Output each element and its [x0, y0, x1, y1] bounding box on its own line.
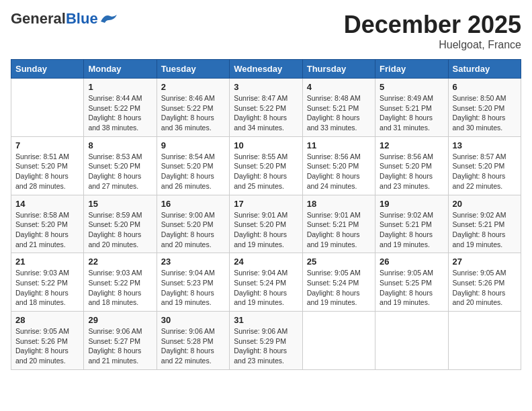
day-number: 20: [453, 199, 517, 209]
day-number: 3: [234, 82, 298, 92]
day-cell: 25Sunrise: 9:05 AM Sunset: 5:24 PM Dayli…: [302, 253, 375, 312]
day-info: Sunrise: 9:03 AM Sunset: 5:22 PM Dayligh…: [15, 268, 79, 308]
day-info: Sunrise: 8:47 AM Sunset: 5:22 PM Dayligh…: [234, 93, 298, 133]
logo-bird-icon: [99, 12, 118, 26]
day-number: 9: [161, 140, 225, 150]
column-header-sunday: Sunday: [11, 60, 84, 79]
week-row-3: 14Sunrise: 8:58 AM Sunset: 5:20 PM Dayli…: [11, 195, 521, 253]
day-number: 7: [15, 140, 79, 150]
day-cell: 15Sunrise: 8:59 AM Sunset: 5:20 PM Dayli…: [84, 195, 157, 253]
day-cell: 3Sunrise: 8:47 AM Sunset: 5:22 PM Daylig…: [230, 79, 302, 137]
day-cell: 19Sunrise: 9:02 AM Sunset: 5:21 PM Dayli…: [375, 195, 448, 253]
day-number: 6: [453, 82, 517, 92]
day-info: Sunrise: 8:50 AM Sunset: 5:20 PM Dayligh…: [453, 93, 517, 133]
day-number: 4: [307, 82, 371, 92]
day-number: 24: [234, 257, 298, 267]
day-cell: 21Sunrise: 9:03 AM Sunset: 5:22 PM Dayli…: [11, 253, 84, 312]
day-info: Sunrise: 9:01 AM Sunset: 5:20 PM Dayligh…: [234, 210, 298, 250]
day-cell: 6Sunrise: 8:50 AM Sunset: 5:20 PM Daylig…: [448, 79, 521, 137]
calendar-table: SundayMondayTuesdayWednesdayThursdayFrid…: [11, 59, 521, 370]
day-info: Sunrise: 8:56 AM Sunset: 5:20 PM Dayligh…: [307, 152, 371, 191]
day-cell: 20Sunrise: 9:02 AM Sunset: 5:21 PM Dayli…: [448, 195, 521, 253]
month-title: December 2025: [344, 11, 521, 39]
location-subtitle: Huelgoat, France: [344, 39, 521, 51]
day-number: 15: [88, 199, 152, 209]
day-cell: 2Sunrise: 8:46 AM Sunset: 5:22 PM Daylig…: [157, 79, 229, 137]
day-number: 1: [88, 82, 152, 92]
column-header-thursday: Thursday: [302, 60, 375, 79]
day-cell: 26Sunrise: 9:05 AM Sunset: 5:25 PM Dayli…: [375, 253, 448, 312]
logo-blue: Blue: [66, 10, 98, 27]
day-cell: 13Sunrise: 8:57 AM Sunset: 5:20 PM Dayli…: [448, 136, 521, 195]
week-row-4: 21Sunrise: 9:03 AM Sunset: 5:22 PM Dayli…: [11, 253, 521, 312]
day-cell: 14Sunrise: 8:58 AM Sunset: 5:20 PM Dayli…: [11, 195, 84, 253]
logo-text: GeneralBlue: [11, 11, 98, 27]
day-cell: 10Sunrise: 8:55 AM Sunset: 5:20 PM Dayli…: [230, 136, 302, 195]
day-cell: 9Sunrise: 8:54 AM Sunset: 5:20 PM Daylig…: [157, 136, 229, 195]
day-info: Sunrise: 8:55 AM Sunset: 5:20 PM Dayligh…: [234, 152, 298, 191]
day-cell: 29Sunrise: 9:06 AM Sunset: 5:27 PM Dayli…: [84, 312, 157, 370]
day-info: Sunrise: 8:56 AM Sunset: 5:20 PM Dayligh…: [380, 152, 443, 191]
day-cell: [302, 312, 375, 370]
day-info: Sunrise: 8:51 AM Sunset: 5:20 PM Dayligh…: [15, 152, 79, 191]
day-number: 30: [161, 315, 225, 325]
day-cell: 12Sunrise: 8:56 AM Sunset: 5:20 PM Dayli…: [375, 136, 448, 195]
day-info: Sunrise: 8:48 AM Sunset: 5:21 PM Dayligh…: [307, 93, 371, 133]
day-cell: 31Sunrise: 9:06 AM Sunset: 5:29 PM Dayli…: [230, 312, 302, 370]
day-cell: [11, 79, 84, 137]
column-header-friday: Friday: [375, 60, 448, 79]
day-number: 16: [161, 199, 225, 209]
day-info: Sunrise: 9:04 AM Sunset: 5:23 PM Dayligh…: [161, 268, 225, 308]
week-row-5: 28Sunrise: 9:05 AM Sunset: 5:26 PM Dayli…: [11, 312, 521, 370]
day-info: Sunrise: 8:46 AM Sunset: 5:22 PM Dayligh…: [161, 93, 225, 133]
day-info: Sunrise: 9:05 AM Sunset: 5:25 PM Dayligh…: [380, 268, 443, 308]
day-number: 17: [234, 199, 298, 209]
day-number: 11: [307, 140, 371, 150]
logo: GeneralBlue: [11, 11, 118, 27]
day-cell: 24Sunrise: 9:04 AM Sunset: 5:24 PM Dayli…: [230, 253, 302, 312]
day-cell: 1Sunrise: 8:44 AM Sunset: 5:22 PM Daylig…: [84, 79, 157, 137]
day-number: 2: [161, 82, 225, 92]
logo-general: General: [11, 10, 66, 27]
day-cell: 18Sunrise: 9:01 AM Sunset: 5:21 PM Dayli…: [302, 195, 375, 253]
day-cell: 22Sunrise: 9:03 AM Sunset: 5:22 PM Dayli…: [84, 253, 157, 312]
day-info: Sunrise: 9:06 AM Sunset: 5:27 PM Dayligh…: [88, 326, 152, 366]
column-header-saturday: Saturday: [448, 60, 521, 79]
column-headers-row: SundayMondayTuesdayWednesdayThursdayFrid…: [11, 60, 521, 79]
day-cell: 23Sunrise: 9:04 AM Sunset: 5:23 PM Dayli…: [157, 253, 229, 312]
day-info: Sunrise: 8:57 AM Sunset: 5:20 PM Dayligh…: [453, 152, 517, 191]
day-info: Sunrise: 9:05 AM Sunset: 5:24 PM Dayligh…: [307, 268, 371, 308]
day-number: 25: [307, 257, 371, 267]
day-cell: [448, 312, 521, 370]
day-number: 26: [380, 257, 443, 267]
day-info: Sunrise: 9:04 AM Sunset: 5:24 PM Dayligh…: [234, 268, 298, 308]
day-number: 27: [453, 257, 517, 267]
day-info: Sunrise: 8:58 AM Sunset: 5:20 PM Dayligh…: [15, 210, 79, 250]
day-info: Sunrise: 9:06 AM Sunset: 5:29 PM Dayligh…: [234, 326, 298, 366]
day-cell: 11Sunrise: 8:56 AM Sunset: 5:20 PM Dayli…: [302, 136, 375, 195]
day-info: Sunrise: 8:54 AM Sunset: 5:20 PM Dayligh…: [161, 152, 225, 191]
day-number: 12: [380, 140, 443, 150]
column-header-monday: Monday: [84, 60, 157, 79]
day-number: 13: [453, 140, 517, 150]
day-number: 18: [307, 199, 371, 209]
title-area: December 2025 Huelgoat, France: [344, 11, 521, 51]
day-cell: 17Sunrise: 9:01 AM Sunset: 5:20 PM Dayli…: [230, 195, 302, 253]
day-number: 10: [234, 140, 298, 150]
day-info: Sunrise: 9:02 AM Sunset: 5:21 PM Dayligh…: [380, 210, 443, 250]
day-info: Sunrise: 9:02 AM Sunset: 5:21 PM Dayligh…: [453, 210, 517, 250]
day-info: Sunrise: 8:53 AM Sunset: 5:20 PM Dayligh…: [88, 152, 152, 191]
page-header: GeneralBlue December 2025 Huelgoat, Fran…: [11, 11, 521, 51]
day-info: Sunrise: 8:59 AM Sunset: 5:20 PM Dayligh…: [88, 210, 152, 250]
day-cell: 8Sunrise: 8:53 AM Sunset: 5:20 PM Daylig…: [84, 136, 157, 195]
day-number: 31: [234, 315, 298, 325]
day-number: 19: [380, 199, 443, 209]
day-info: Sunrise: 9:05 AM Sunset: 5:26 PM Dayligh…: [453, 268, 517, 308]
day-cell: 27Sunrise: 9:05 AM Sunset: 5:26 PM Dayli…: [448, 253, 521, 312]
day-number: 8: [88, 140, 152, 150]
day-cell: 5Sunrise: 8:49 AM Sunset: 5:21 PM Daylig…: [375, 79, 448, 137]
day-cell: 4Sunrise: 8:48 AM Sunset: 5:21 PM Daylig…: [302, 79, 375, 137]
day-info: Sunrise: 9:06 AM Sunset: 5:28 PM Dayligh…: [161, 326, 225, 366]
calendar-body: 1Sunrise: 8:44 AM Sunset: 5:22 PM Daylig…: [11, 79, 521, 370]
day-info: Sunrise: 9:00 AM Sunset: 5:20 PM Dayligh…: [161, 210, 225, 250]
